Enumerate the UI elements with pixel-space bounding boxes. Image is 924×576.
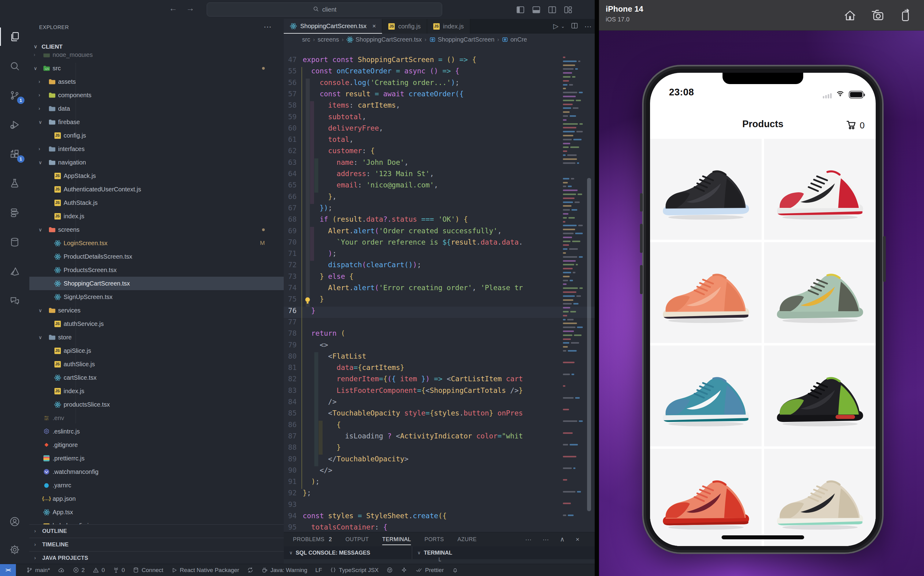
tree-item-signupscreen-tsx[interactable]: SignUpScreen.tsx — [29, 290, 284, 304]
product-tile-black-high-top-sneaker[interactable] — [650, 139, 762, 240]
tree-item-interfaces[interactable]: ›interfaces — [29, 142, 284, 155]
panel-tab-output[interactable]: OUTPUT — [345, 536, 369, 543]
status-item-typescript-jsx[interactable]: TypeScript JSX — [330, 567, 379, 574]
activity-run-debug-icon[interactable] — [0, 111, 29, 138]
tree-item-babel-config-js[interactable]: babel.config.js — [29, 519, 284, 524]
run-dropdown-icon[interactable]: ⌄ — [561, 24, 565, 29]
tree-item-data[interactable]: ›data — [29, 102, 284, 115]
status-item-main-[interactable]: main* — [26, 567, 50, 574]
tree-item-productsscreen-tsx[interactable]: ProductsScreen.tsx — [29, 263, 284, 277]
run-file-icon[interactable]: ▷ — [553, 22, 559, 30]
tree-item-navigation[interactable]: ∨navigation — [29, 155, 284, 169]
tree-item--gitignore[interactable]: .gitignore — [29, 438, 284, 451]
tree-item-loginscreen-tsx[interactable]: LoginScreen.tsxM — [29, 236, 284, 250]
terminal-content[interactable]: └ — [284, 559, 595, 564]
toggle-secondary-sidebar-icon[interactable] — [547, 4, 558, 15]
activity-azure-icon[interactable] — [0, 258, 29, 285]
tab-config-js[interactable]: JSconfig.js — [382, 19, 427, 34]
status-item-lf[interactable]: LF — [315, 567, 322, 574]
tree-item-atuthservice-js[interactable]: JSatuthService.js — [29, 317, 284, 331]
panel-tab-azure[interactable]: AZURE — [457, 536, 477, 543]
camera-icon[interactable] — [870, 8, 885, 22]
tree-item-store[interactable]: ∨store — [29, 331, 284, 344]
product-tile-teal-running-shoe[interactable] — [650, 346, 762, 446]
cart-button[interactable]: 0 — [845, 119, 865, 131]
tree-item--yarnrc[interactable]: .yarnrc — [29, 478, 284, 492]
tree-item-assets[interactable]: ›assets — [29, 75, 284, 88]
status-item-react-native-packager[interactable]: React Native Packager — [171, 567, 239, 574]
close-panel-icon[interactable]: × — [576, 536, 579, 543]
explorer-actions-icon[interactable]: ··· — [264, 22, 272, 32]
home-indicator[interactable] — [722, 535, 804, 539]
tab-shoppingcartscreen-tsx[interactable]: ShoppingCartScreen.tsx× — [284, 19, 382, 34]
tree-item--eslintrc-js[interactable]: .eslintrc.js — [29, 425, 284, 438]
tree-item-appstack-js[interactable]: JSAppStack.js — [29, 169, 284, 182]
breadcrumb-item[interactable]: ShoppingCartScreen — [429, 36, 495, 43]
editor-scrollbar[interactable] — [587, 178, 591, 511]
tree-item--prettierrc-js[interactable]: .prettierrc.js — [29, 451, 284, 465]
status-item-0[interactable]: 0 — [113, 567, 125, 574]
minimap[interactable] — [562, 56, 583, 521]
panel-tab-problems[interactable]: PROBLEMS2 — [293, 536, 332, 543]
lightbulb-icon[interactable] — [304, 296, 311, 306]
activity-testing-icon[interactable] — [0, 170, 29, 197]
panel-tab-ports[interactable]: PORTS — [424, 536, 444, 543]
maximize-panel-icon[interactable]: ∧ — [560, 536, 564, 543]
tree-item-app-json[interactable]: {…}app.json — [29, 492, 284, 506]
status-item-0[interactable]: 0 — [93, 567, 105, 574]
toggle-panel-icon[interactable] — [531, 4, 542, 15]
toggle-sidebar-icon[interactable] — [515, 4, 526, 15]
status-item-connect[interactable]: Connect — [133, 567, 163, 574]
status-item-spark[interactable] — [401, 567, 407, 573]
tab-index-js[interactable]: JSindex.js — [427, 19, 470, 34]
tree-item-authslice-js[interactable]: JSauthSlice.js — [29, 357, 284, 371]
status-item-octo[interactable] — [387, 567, 393, 573]
back-icon[interactable]: ← — [167, 4, 179, 13]
tree-item-index-js[interactable]: JSindex.js — [29, 384, 284, 398]
tree-item-services[interactable]: ∨services — [29, 304, 284, 317]
home-icon[interactable] — [842, 8, 857, 22]
remote-indicator[interactable]: >< — [0, 564, 16, 576]
close-icon[interactable]: × — [372, 22, 376, 30]
activity-search-icon[interactable] — [0, 53, 29, 80]
tree-item-components[interactable]: ›components — [29, 88, 284, 102]
product-tile-cream-jordan-luka-sneaker[interactable] — [764, 449, 876, 546]
tree-item-productsslice-tsx[interactable]: productsSlice.tsx — [29, 398, 284, 411]
project-root-row[interactable]: ∨ CLIENT — [29, 43, 284, 53]
product-tile-black-green-penny-sneaker[interactable] — [764, 346, 876, 446]
tree-item-shoppingcartscreen-tsx[interactable]: ShoppingCartScreen.tsx — [29, 277, 284, 290]
status-item-java-warning[interactable]: Java: Warning — [261, 567, 307, 574]
panel-more2-icon[interactable]: ··· — [542, 536, 549, 543]
tree-item-cartslice-tsx[interactable]: cartSlice.tsx — [29, 371, 284, 384]
tree-item-config-js[interactable]: JSconfig.js — [29, 129, 284, 142]
tree-item-authstack-js[interactable]: JSAuthStack.js — [29, 196, 284, 210]
tree-item-node-modules[interactable]: ›node_modules — [29, 53, 284, 61]
panel-section-sql-console-messages[interactable]: ∨SQL CONSOLE: MESSAGES — [289, 546, 370, 559]
tree-item--env[interactable]: .env — [29, 411, 284, 425]
activity-settings-icon[interactable] — [0, 536, 29, 563]
tree-item-firebase[interactable]: ∨firebase — [29, 115, 284, 129]
breadcrumb-item[interactable]: src — [302, 36, 310, 43]
more-actions-icon[interactable]: ··· — [584, 22, 591, 30]
activity-database-icon[interactable] — [0, 229, 29, 256]
sidebar-section-timeline[interactable]: ›TIMELINE — [29, 538, 284, 551]
forward-icon[interactable]: → — [184, 4, 196, 13]
status-item-bell[interactable] — [452, 567, 458, 573]
tree-item--watchmanconfig[interactable]: .watchmanconfig — [29, 465, 284, 478]
status-item-sync[interactable] — [247, 567, 254, 573]
customize-layout-icon[interactable] — [563, 4, 574, 15]
activity-db-pipes-icon[interactable] — [0, 199, 29, 226]
split-editor-icon[interactable] — [571, 22, 578, 30]
status-item-2[interactable]: 2 — [73, 567, 85, 574]
tree-item-authenticatedusercontext-js[interactable]: JSAuthenticatedUserContext.js — [29, 182, 284, 196]
product-tile-red-platform-sneaker[interactable] — [650, 449, 762, 546]
breadcrumb-item[interactable]: ShoppingCartScreen.tsx — [347, 36, 422, 43]
tree-item-index-js[interactable]: JSindex.js — [29, 210, 284, 223]
activity-account-icon[interactable] — [0, 508, 29, 535]
tree-item-apislice-js[interactable]: JSapiSlice.js — [29, 344, 284, 357]
product-tile-sage-green-basketball-sneaker[interactable] — [764, 242, 876, 343]
activity-comments-icon[interactable] — [0, 287, 29, 314]
activity-explorer-icon[interactable] — [0, 23, 29, 50]
breadcrumb-item[interactable]: onCre — [502, 36, 527, 43]
tree-item-productdetailsscreen-tsx[interactable]: ProductDetailsScreen.tsx — [29, 250, 284, 263]
